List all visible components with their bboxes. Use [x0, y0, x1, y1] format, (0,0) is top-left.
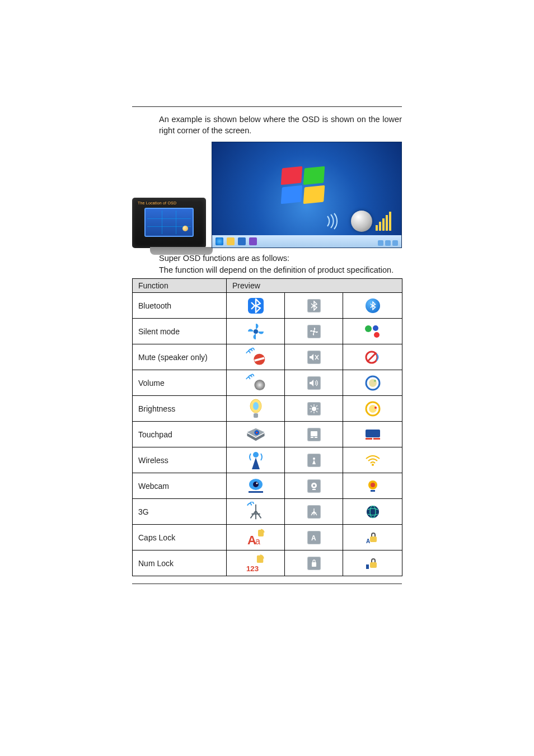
silent-performance-icon: [343, 319, 402, 344]
taskbar-app-icon: [249, 237, 257, 245]
bluetooth-icon: [245, 295, 266, 316]
svg-rect-16: [254, 413, 258, 418]
svg-line-23: [316, 411, 317, 412]
svg-point-13: [374, 380, 376, 382]
num-tile-icon: [307, 557, 321, 570]
wireless-antenna-icon: [245, 450, 266, 471]
svg-point-5: [374, 332, 380, 338]
wifi-signal-icon: [343, 447, 402, 473]
svg-point-3: [365, 325, 372, 332]
bulb-icon: [245, 398, 266, 419]
fn-label: Caps Lock: [133, 525, 227, 550]
svg-text:A: A: [311, 534, 316, 542]
table-row: Caps Lock Aa A A: [133, 525, 402, 550]
touchpad-alt-icon: [343, 422, 402, 447]
svg-point-17: [312, 407, 316, 411]
svg-rect-36: [373, 438, 380, 440]
table-row: Num Lock 123: [133, 550, 402, 576]
mute-tile-icon: [307, 351, 321, 364]
table-row: Touchpad: [133, 422, 402, 447]
svg-rect-62: [366, 564, 369, 569]
svg-rect-61: [370, 562, 377, 568]
volume-bars-icon: [376, 212, 391, 231]
fn-label: Webcam: [133, 473, 227, 499]
svg-line-9: [367, 353, 376, 362]
desktop-screenshot: [212, 142, 402, 248]
volume-tile-icon: [307, 376, 321, 390]
brightness-tile-icon: [307, 402, 321, 416]
spec-line: The function will depend on the definiti…: [159, 264, 402, 276]
svg-text:a: a: [255, 536, 260, 546]
fn-label: Volume: [133, 370, 227, 396]
table-header-row: Function Preview: [133, 279, 402, 293]
fn-label: Wireless: [133, 447, 227, 473]
svg-point-4: [373, 325, 378, 331]
webcam-tile-icon: [307, 479, 321, 493]
svg-point-42: [256, 482, 257, 484]
svg-rect-35: [366, 438, 372, 440]
table-row: Brightness: [133, 396, 402, 422]
sound-waves-icon: [325, 213, 348, 230]
svg-point-37: [253, 452, 259, 458]
svg-text:123: 123: [246, 564, 258, 573]
webcam-icon: [245, 475, 266, 497]
osd-volume-overlay: [325, 211, 391, 232]
svg-point-48: [371, 483, 375, 487]
bluetooth-tile-icon: [307, 299, 321, 312]
touchpad-icon: [245, 424, 266, 445]
laptop-graphic: [144, 208, 194, 241]
caps-tile-icon: A: [307, 531, 321, 544]
svg-rect-32: [311, 437, 313, 438]
svg-point-45: [313, 484, 315, 487]
caps-alt-icon: A: [343, 525, 402, 550]
svg-point-28: [374, 407, 377, 409]
svg-point-2: [313, 330, 315, 333]
intro-text: An example is shown below where the OSD …: [159, 114, 402, 136]
svg-line-24: [316, 405, 317, 407]
document-page: An example is shown below where the OSD …: [0, 0, 534, 756]
rule-bottom: [132, 584, 402, 584]
svg-point-15: [253, 402, 259, 410]
svg-rect-56: [370, 536, 377, 542]
fn-label: Bluetooth: [133, 293, 227, 319]
bluetooth-circle-icon: [366, 298, 380, 313]
wireless-tile-icon: [307, 454, 321, 467]
fn-label: Mute (speaker only): [133, 344, 227, 370]
volume-knob-small-icon: [343, 370, 402, 395]
svg-rect-46: [312, 489, 316, 490]
osd-functions-table: Function Preview Bluetooth: [132, 278, 402, 576]
volume-knob-icon: [351, 211, 372, 232]
table-row: Webcam: [133, 473, 402, 499]
svg-rect-31: [311, 431, 317, 436]
svg-point-38: [313, 458, 315, 460]
osd-location-thumbnail: The Location of OSD: [132, 198, 206, 248]
table-row: Wireless: [133, 447, 402, 473]
num-lock-icon: 123: [245, 553, 266, 574]
system-tray: [378, 240, 398, 246]
svg-text:A: A: [366, 538, 370, 544]
3g-tile-icon: [307, 505, 321, 519]
windows-logo-icon: [282, 167, 332, 218]
caption-lines: Super OSD functions are as follows: The …: [159, 253, 402, 276]
fn-label: Touchpad: [133, 422, 227, 447]
osd-location-caption: The Location of OSD: [138, 201, 176, 205]
fan-mode-icon: [245, 321, 266, 342]
taskbar: [212, 235, 401, 248]
svg-rect-60: [312, 562, 316, 567]
3g-antenna-icon: [245, 501, 266, 522]
num-alt-icon: [343, 550, 402, 576]
fan-tile-icon: [307, 325, 321, 338]
table-row: Bluetooth: [133, 293, 402, 319]
taskbar-app-icon: [238, 237, 246, 245]
svg-rect-33: [315, 437, 317, 438]
taskbar-app-icon: [227, 237, 235, 245]
svg-rect-34: [366, 430, 380, 437]
touchpad-tile-icon: [307, 428, 321, 441]
svg-point-41: [253, 482, 259, 487]
brightness-dial-icon: [343, 396, 402, 421]
table-row: Volume: [133, 370, 402, 396]
figure-row: The Location of OSD: [132, 142, 402, 248]
header-function: Function: [133, 279, 227, 293]
mute-icon: [245, 347, 266, 368]
globe-icon: [343, 499, 402, 524]
